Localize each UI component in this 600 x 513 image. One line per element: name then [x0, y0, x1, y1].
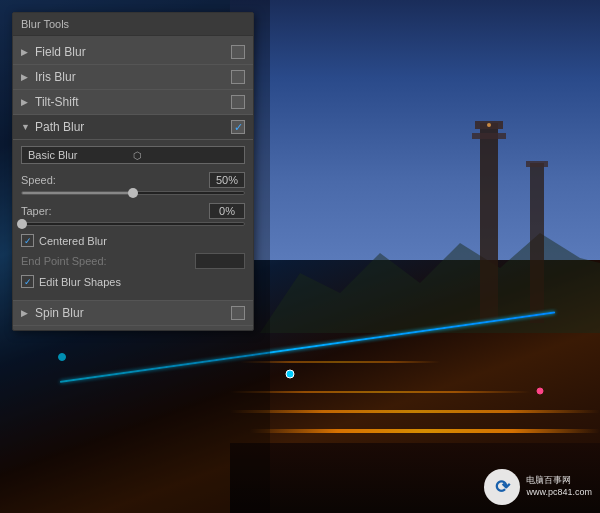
blur-tools-panel: Blur Tools ▶ Field Blur ▶ Iris Blur ▶ Ti…	[12, 12, 254, 331]
tilt-shift-label: Tilt-Shift	[35, 95, 231, 109]
taper-thumb[interactable]	[17, 219, 27, 229]
endpoint-speed-input[interactable]	[195, 253, 245, 269]
svg-rect-5	[526, 161, 548, 167]
speed-track[interactable]	[21, 191, 245, 195]
path-blur-section: ▼ Path Blur ✓ Basic Blur ⬡ Speed: 50%	[13, 115, 253, 301]
field-blur-label: Field Blur	[35, 45, 231, 59]
tilt-shift-checkbox[interactable]	[231, 95, 245, 109]
speed-label: Speed:	[21, 174, 209, 186]
speed-label-row: Speed: 50%	[21, 172, 245, 188]
svg-rect-4	[530, 163, 544, 323]
endpoint-speed-row: End Point Speed:	[21, 253, 245, 269]
light-streak-2	[230, 391, 530, 393]
tilt-shift-arrow: ▶	[21, 97, 31, 107]
edit-blur-shapes-checkbox[interactable]: ✓	[21, 275, 34, 288]
path-blur-content: Basic Blur ⬡ Speed: 50%	[13, 140, 253, 300]
centered-blur-row: ✓ Centered Blur	[21, 234, 245, 247]
light-streak-3	[250, 429, 600, 433]
field-blur-checkbox[interactable]	[231, 45, 245, 59]
svg-rect-0	[480, 123, 498, 323]
bridge-structures	[300, 103, 600, 453]
watermark: ⟳ 电脑百事网 www.pc841.com	[484, 469, 592, 505]
endpoint-speed-label: End Point Speed:	[21, 255, 195, 267]
path-point-mid[interactable]	[286, 370, 295, 379]
svg-rect-2	[472, 133, 506, 139]
edit-blur-shapes-label: Edit Blur Shapes	[39, 276, 121, 288]
panel-title: Blur Tools	[13, 13, 253, 36]
taper-slider-row: Taper: 0%	[21, 203, 245, 226]
speed-thumb[interactable]	[128, 188, 138, 198]
light-streak-4	[240, 361, 440, 363]
taper-label-row: Taper: 0%	[21, 203, 245, 219]
speed-slider-row: Speed: 50%	[21, 172, 245, 195]
panel-body: ▶ Field Blur ▶ Iris Blur ▶ Tilt-Shift ▼ …	[13, 36, 253, 330]
taper-track[interactable]	[21, 222, 245, 226]
path-point-end[interactable]	[537, 388, 544, 395]
path-blur-label: Path Blur	[35, 120, 231, 134]
taper-value[interactable]: 0%	[209, 203, 245, 219]
svg-point-3	[487, 123, 491, 127]
field-blur-item[interactable]: ▶ Field Blur	[13, 40, 253, 65]
tilt-shift-item[interactable]: ▶ Tilt-Shift	[13, 90, 253, 115]
speed-fill	[22, 192, 133, 194]
spin-blur-label: Spin Blur	[35, 306, 231, 320]
spin-blur-arrow: ▶	[21, 308, 31, 318]
field-blur-arrow: ▶	[21, 47, 31, 57]
path-blur-arrow: ▼	[21, 122, 31, 132]
spin-blur-checkbox[interactable]	[231, 306, 245, 320]
blur-type-value: Basic Blur	[28, 149, 133, 161]
iris-blur-checkbox[interactable]	[231, 70, 245, 84]
speed-value[interactable]: 50%	[209, 172, 245, 188]
watermark-text: 电脑百事网 www.pc841.com	[526, 475, 592, 498]
edit-blur-shapes-row: ✓ Edit Blur Shapes	[21, 275, 245, 288]
watermark-logo: ⟳	[484, 469, 520, 505]
taper-label: Taper:	[21, 205, 209, 217]
spin-blur-item[interactable]: ▶ Spin Blur	[13, 301, 253, 326]
path-blur-header[interactable]: ▼ Path Blur ✓	[13, 115, 253, 140]
dropdown-arrow: ⬡	[133, 150, 238, 161]
iris-blur-item[interactable]: ▶ Iris Blur	[13, 65, 253, 90]
centered-blur-label: Centered Blur	[39, 235, 107, 247]
iris-blur-arrow: ▶	[21, 72, 31, 82]
blur-type-dropdown[interactable]: Basic Blur ⬡	[21, 146, 245, 164]
iris-blur-label: Iris Blur	[35, 70, 231, 84]
light-streak-1	[230, 410, 600, 413]
centered-blur-checkbox[interactable]: ✓	[21, 234, 34, 247]
path-blur-checkbox[interactable]: ✓	[231, 120, 245, 134]
